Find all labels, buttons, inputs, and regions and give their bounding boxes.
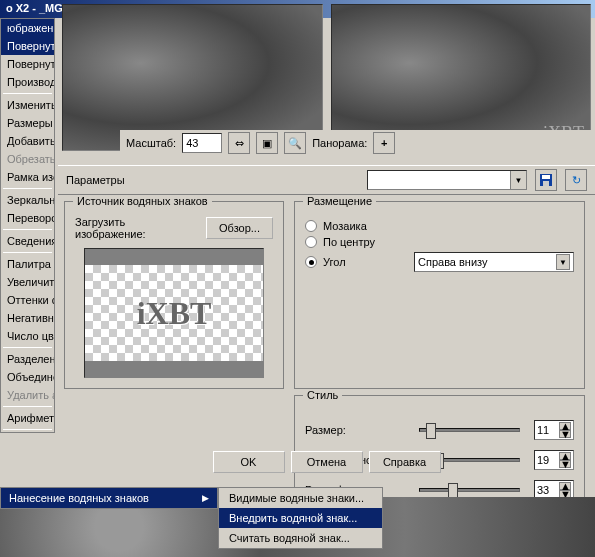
chevron-down-icon: ▼ <box>556 254 570 270</box>
browse-button[interactable]: Обзор... <box>206 217 273 239</box>
svg-rect-2 <box>543 181 549 186</box>
radio-icon <box>305 256 317 268</box>
preview-before <box>62 4 323 151</box>
menu-item[interactable]: Арифметич <box>1 409 54 427</box>
menu-item[interactable]: Рамка изоб <box>1 168 54 186</box>
menu-item[interactable]: Размеры хо <box>1 114 54 132</box>
dialog-buttons: OK Отмена Справка <box>58 445 595 479</box>
menu-item[interactable]: Негативное <box>1 309 54 327</box>
menu-separator <box>3 347 52 348</box>
save-preset-button[interactable] <box>535 169 557 191</box>
menu-separator <box>3 406 52 407</box>
zoom-tool-icon[interactable]: 🔍 <box>284 132 306 154</box>
submenu-arrow-icon: ▶ <box>202 493 209 503</box>
relief-slider[interactable] <box>419 488 520 492</box>
menu-item[interactable]: Сведения о <box>1 232 54 250</box>
group-placement: Размещение Мозаика По центру Угол Справа… <box>294 201 585 389</box>
menu-item[interactable]: Увеличить <box>1 273 54 291</box>
panorama-add-button[interactable]: + <box>373 132 395 154</box>
chevron-down-icon: ▼ <box>510 171 526 189</box>
menu-item[interactable]: Оттенки се <box>1 291 54 309</box>
watermark-menu: Нанесение водяных знаков ▶ <box>0 487 218 509</box>
menu-item[interactable]: Производн <box>1 73 54 91</box>
menu-separator <box>3 229 52 230</box>
ok-button[interactable]: OK <box>213 451 285 473</box>
menu-item[interactable]: Добавить п <box>1 132 54 150</box>
menu-label: Нанесение водяных знаков <box>9 492 149 504</box>
image-menu: юбражение Повернуть Повернуть Производн … <box>0 18 55 433</box>
scale-lock-icon[interactable]: ⇔ <box>228 132 250 154</box>
menu-separator <box>3 93 52 94</box>
cancel-button[interactable]: Отмена <box>291 451 363 473</box>
params-bar: Параметры ▼ ↻ <box>58 165 595 195</box>
menu-header: юбражение <box>1 19 54 37</box>
menu-item[interactable]: Удалить ал <box>1 386 54 404</box>
thumb-text: iXBT <box>137 295 212 332</box>
menu-item[interactable]: Зеркальное <box>1 191 54 209</box>
menu-item[interactable]: Число цвет <box>1 327 54 345</box>
submenu-visible[interactable]: Видимые водяные знаки... <box>219 488 382 508</box>
menu-item[interactable]: Объединен <box>1 368 54 386</box>
help-button[interactable]: Справка <box>369 451 441 473</box>
dialog-panel: Источник водяных знаков Загрузить изобра… <box>58 195 591 467</box>
menu-separator <box>3 429 52 430</box>
menu-separator <box>3 188 52 189</box>
watermark-thumbnail: iXBT <box>84 248 264 378</box>
submenu-embed[interactable]: Внедрить водяной знак... <box>219 508 382 528</box>
scale-value[interactable]: 43 <box>182 133 222 153</box>
params-label: Параметры <box>66 174 125 186</box>
corner-position-dropdown[interactable]: Справа внизу ▼ <box>414 252 574 272</box>
reset-button[interactable]: ↻ <box>565 169 587 191</box>
menu-item[interactable]: Разделение <box>1 350 54 368</box>
menu-item-watermark[interactable]: Нанесение водяных знаков ▶ <box>1 488 217 508</box>
panorama-label: Панорама: <box>312 137 367 149</box>
size-spinner[interactable]: 11▲▼ <box>534 420 574 440</box>
menu-item[interactable]: Переворот <box>1 209 54 227</box>
radio-corner[interactable]: Угол Справа внизу ▼ <box>305 252 574 272</box>
size-label: Размер: <box>305 424 405 436</box>
fit-window-icon[interactable]: ▣ <box>256 132 278 154</box>
menu-item[interactable]: Изменить р <box>1 96 54 114</box>
load-label: Загрузить изображение: <box>75 216 198 240</box>
scale-label: Масштаб: <box>126 137 176 149</box>
menu-item[interactable]: Повернуть <box>1 55 54 73</box>
menu-separator <box>3 252 52 253</box>
preview-after: iXBT <box>331 4 592 151</box>
svg-rect-1 <box>542 175 550 179</box>
save-icon <box>539 173 553 187</box>
radio-center[interactable]: По центру <box>305 236 574 248</box>
group-legend: Стиль <box>303 389 342 401</box>
size-slider[interactable] <box>419 428 520 432</box>
scale-toolbar: Масштаб: 43 ⇔ ▣ 🔍 Панорама: + <box>120 130 595 156</box>
group-source: Источник водяных знаков Загрузить изобра… <box>64 201 284 389</box>
group-legend: Источник водяных знаков <box>73 195 212 207</box>
menu-item[interactable]: Палитра <box>1 255 54 273</box>
radio-icon <box>305 220 317 232</box>
preset-dropdown[interactable]: ▼ <box>367 170 527 190</box>
menu-item[interactable]: Обрезать п <box>1 150 54 168</box>
submenu-read[interactable]: Считать водяной знак... <box>219 528 382 548</box>
radio-mosaic[interactable]: Мозаика <box>305 220 574 232</box>
group-legend: Размещение <box>303 195 376 207</box>
menu-item[interactable]: Повернуть <box>1 37 54 55</box>
watermark-submenu: Видимые водяные знаки... Внедрить водяно… <box>218 487 383 549</box>
radio-icon <box>305 236 317 248</box>
